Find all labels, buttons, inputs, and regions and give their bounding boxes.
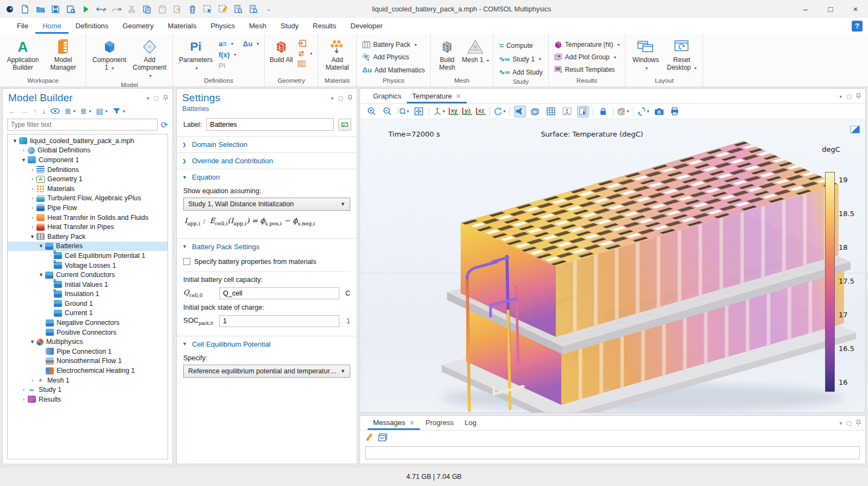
save-button[interactable] [49, 3, 62, 16]
close-tab-icon[interactable]: ✕ [456, 93, 461, 100]
windows-button[interactable]: Windows▾ [629, 36, 662, 72]
save-to-model-manager-button[interactable] [64, 3, 77, 16]
forward-button[interactable]: → [21, 107, 28, 115]
compute-button[interactable]: =Compute [497, 40, 545, 51]
select-button[interactable] [201, 3, 214, 16]
add-mathematics-button[interactable]: ΔuAdd Mathematics [360, 65, 427, 75]
run-button[interactable] [79, 3, 92, 16]
equation-form-select[interactable]: Study 1, Wall Distance Initialization▼ [183, 198, 350, 211]
minimize-button[interactable]: – [793, 0, 818, 18]
environment-icon[interactable]: ▾ [637, 106, 649, 118]
pin-panel-icon[interactable] [348, 95, 352, 102]
q-cell-input[interactable] [219, 287, 339, 299]
menu-mesh[interactable]: Mesh [242, 18, 274, 34]
tree-item-cell-equilibrium-potential-1[interactable]: Cell Equilibrium Potential 1 [8, 251, 168, 261]
clear-messages-icon[interactable] [365, 433, 374, 443]
snapshot-icon[interactable] [653, 106, 665, 118]
palette-icon[interactable]: ▾ [617, 106, 629, 118]
tree-item-materials[interactable]: ›Materials [8, 184, 168, 194]
maximize-button[interactable]: □ [818, 0, 843, 18]
tab-graphics[interactable]: Graphics [368, 89, 407, 103]
nonlocal-couplings-button[interactable]: Δu▾ [241, 39, 261, 48]
redo-button[interactable]: ▾ [110, 3, 123, 16]
view-xz-icon[interactable]: xz [476, 108, 486, 115]
tree-item-insulation-1[interactable]: Insulation 1 [8, 290, 168, 299]
label-input[interactable] [206, 118, 334, 131]
model-manager-button[interactable]: Model Manager [44, 36, 83, 71]
tree-item-batteries[interactable]: ▼Batteries [8, 242, 168, 251]
virtual-operations-button[interactable] [295, 59, 314, 67]
add-physics-button[interactable]: Add Physics [360, 53, 427, 61]
tree-item-ground-1[interactable]: Ground 1 [8, 299, 168, 309]
print-icon[interactable] [669, 106, 681, 118]
axes-icon[interactable] [561, 106, 573, 118]
tree-item-heat-transfer-pipes[interactable]: ›Heat Transfer in Pipes [8, 222, 168, 232]
expand-all-button[interactable]: ≣▾ [80, 107, 91, 115]
open-button[interactable] [34, 3, 47, 16]
model-tree-node-text-button[interactable]: ▤▾ [96, 107, 108, 115]
tab-temperature[interactable]: Temperature✕ [407, 89, 467, 103]
close-tab-icon[interactable]: ✕ [409, 419, 414, 427]
menu-geometry[interactable]: Geometry [115, 18, 160, 34]
cep-specify-select[interactable]: Reference equilibrium potential and temp… [183, 365, 350, 378]
float-panel-icon[interactable]: ▢ [847, 420, 852, 426]
tree-item-positive-connectors[interactable]: Positive Connectors [8, 328, 168, 337]
show-icon[interactable] [51, 108, 60, 114]
tree-item-initial-values-1[interactable]: Initial Values 1 [8, 280, 168, 290]
pin-panel-icon[interactable] [856, 93, 861, 100]
delete-button[interactable] [186, 3, 199, 16]
tree-item-battery-pack[interactable]: ▼Battery Pack [8, 232, 168, 242]
tree-item-definitions[interactable]: ›Definitions [8, 165, 168, 175]
help-button[interactable]: ? [852, 21, 863, 32]
float-panel-icon[interactable]: ▢ [338, 95, 343, 101]
tree-filter-input[interactable] [7, 119, 158, 131]
rotate-view-icon[interactable]: ▾ [494, 106, 506, 118]
filter-button[interactable]: ▾ [113, 108, 125, 114]
view-xy-icon[interactable]: xy [449, 108, 458, 115]
tree-item-study-1[interactable]: ›∞Study 1 [8, 385, 168, 395]
zoom-in-icon[interactable] [365, 106, 377, 118]
collapse-all-button[interactable]: ≣▾ [65, 107, 76, 115]
pin-panel-icon[interactable] [856, 420, 861, 427]
refresh-icon[interactable]: ⟳ [161, 120, 168, 130]
tree-item-component-1[interactable]: ▼Component 1 [8, 155, 168, 165]
move-up-button[interactable]: ↑ [33, 107, 37, 115]
tree-item-mesh-1[interactable]: ›Mesh 1 [8, 376, 168, 385]
menu-physics[interactable]: Physics [203, 18, 242, 34]
build-all-geometry-button[interactable]: Build All [268, 36, 294, 64]
tree-item-current-conductors[interactable]: ▼Current Conductors [8, 270, 168, 280]
menu-developer[interactable]: Developer [343, 18, 389, 34]
zoom-out-icon[interactable] [381, 106, 393, 118]
tree-item-heat-transfer-solids-fluids[interactable]: ›Heat Transfer in Solids and Fluids [8, 213, 168, 223]
search-button[interactable] [247, 3, 260, 16]
settings-breadcrumb[interactable]: Batteries [177, 104, 357, 117]
copy-button[interactable] [140, 3, 153, 16]
menu-definitions[interactable]: Definitions [69, 18, 116, 34]
section-cell-equilibrium-potential[interactable]: ▼Cell Equilibrium Potential [177, 336, 357, 352]
float-panel-icon[interactable]: ▢ [154, 95, 159, 101]
tree-item-current-1[interactable]: Current 1 [8, 309, 168, 318]
zoom-extents-icon[interactable] [413, 106, 425, 118]
section-battery-pack-settings[interactable]: ▼Battery Pack Settings [177, 238, 357, 255]
section-domain-selection[interactable]: ❯Domain Selection [177, 136, 357, 152]
messages-output[interactable] [365, 446, 860, 459]
build-mesh-button[interactable]: Build Mesh [434, 36, 460, 71]
battery-pack-interface-button[interactable]: Battery Pack▾ [360, 40, 427, 49]
panel-menu-icon[interactable]: ▾ [840, 420, 842, 426]
tree-item-pipe-flow[interactable]: ›Pipe Flow [8, 203, 168, 213]
new-file-button[interactable] [18, 3, 32, 16]
back-button[interactable]: ← [8, 107, 16, 115]
import-geometry-button[interactable] [295, 39, 314, 48]
tab-progress[interactable]: Progress [420, 415, 459, 430]
menu-study[interactable]: Study [274, 18, 306, 34]
transparency-icon[interactable] [514, 106, 526, 118]
add-plot-group-button[interactable]: Add Plot Group▾ [552, 53, 622, 61]
message-options-icon[interactable] [378, 433, 387, 443]
tree-item-root[interactable]: ▼liquid_cooled_battery_pack_a.mph [8, 136, 168, 146]
clear-selection-button[interactable] [216, 3, 230, 16]
zoom-box-icon[interactable]: ▾ [397, 106, 409, 118]
tab-messages[interactable]: Messages✕ [368, 415, 420, 430]
grid-icon[interactable] [545, 106, 557, 118]
application-builder-button[interactable]: AApplication Builder [3, 36, 42, 71]
view-yz-icon[interactable]: yz [462, 108, 472, 115]
